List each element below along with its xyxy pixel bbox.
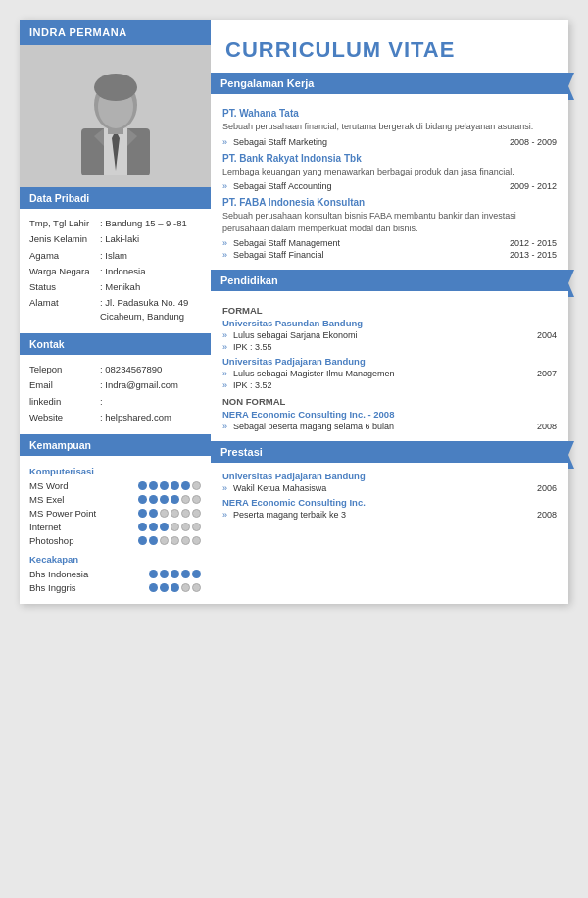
dot — [138, 536, 147, 545]
dot — [171, 570, 179, 578]
edu-item-2-1: » Lulus sebagai Magister Ilmu Managemen … — [222, 369, 557, 378]
chevron-icon: » — [222, 342, 227, 352]
skill-msexcel: MS Exel — [29, 494, 201, 505]
dot — [171, 481, 179, 490]
edu-item-nf-1: » Sebagai peserta magang selama 6 bulan … — [222, 422, 557, 431]
dot — [181, 583, 190, 592]
chevron-icon: » — [222, 330, 227, 340]
work-section-header: Pengalaman Kerja — [211, 73, 568, 94]
candidate-name: INDRA PERMANA — [29, 26, 127, 38]
dot — [160, 509, 169, 518]
dot — [181, 495, 190, 504]
chevron-icon: » — [222, 380, 227, 390]
edu-item-1-1: » Lulus sebagai Sarjana Ekonomi 2004 — [222, 330, 557, 340]
skill-mspowerpoint: MS Power Point — [29, 508, 201, 519]
achievement-item-1-1: » Wakil Ketua Mahasiswa 2006 — [222, 483, 557, 493]
edu-uni-1: Universitas Pasundan Bandung — [222, 318, 557, 328]
dot — [192, 570, 201, 578]
contact-section: Telepon : 08234567890 Email : Indra@gmai… — [20, 355, 211, 434]
contact-row-linkedin: linkedin : — [29, 395, 201, 408]
name-header: INDRA PERMANA — [20, 20, 211, 45]
edu-uni-nonformal: NERA Economic Consulting Inc. - 2008 — [222, 409, 557, 420]
skill-bhs-inggris: Bhs Inggris — [29, 582, 201, 593]
right-column: CURRICULUM VITAE Pengalaman Kerja PT. Wa… — [211, 20, 568, 604]
chevron-icon: » — [222, 510, 227, 520]
data-row-address: Alamat : Jl. Padasuka No. 49 Cicaheum, B… — [29, 296, 201, 323]
skill-internet: Internet — [29, 522, 201, 532]
achievement-item-2-1: » Peserta magang terbaik ke 3 2008 — [222, 510, 557, 520]
edu-uni-2: Universitas Padjajaran Bandung — [222, 356, 557, 367]
contact-row-email: Email : Indra@gmail.com — [29, 378, 201, 391]
dot — [192, 509, 201, 518]
dot — [149, 536, 158, 545]
dot — [138, 523, 147, 531]
achievement-section-content: Universitas Padjajaran Bandung » Wakil K… — [211, 463, 568, 529]
job-item-3-2: » Sebagai Staff Financial 2013 - 2015 — [222, 250, 557, 260]
job-title-3: PT. FABA Indonesia Konsultan — [222, 197, 557, 208]
photo-area — [20, 45, 211, 187]
skill-photoshop: Photoshop — [29, 535, 201, 546]
dot — [171, 536, 179, 545]
data-row-religion: Agama : Islam — [29, 249, 201, 262]
komputerisasi-label: Komputerisasi — [29, 466, 201, 476]
data-row-gender: Jenis Kelamin : Laki-laki — [29, 232, 201, 245]
skill-msword: MS Word — [29, 480, 201, 491]
dot — [149, 583, 158, 592]
cv-title-normal: CURRICULUM — [225, 37, 388, 62]
dot — [192, 583, 201, 592]
data-row-status: Status : Menikah — [29, 280, 201, 293]
dot — [181, 481, 190, 490]
dot — [149, 523, 158, 531]
dot — [192, 523, 201, 531]
left-column: INDRA PERMANA — [20, 20, 211, 604]
education-section-header: Pendidikan — [211, 270, 568, 291]
dot — [160, 495, 169, 504]
contact-row-website: Website : helpshared.com — [29, 411, 201, 424]
job-title-2: PT. Bank Rakyat Indonsia Tbk — [222, 153, 557, 164]
resume-page: INDRA PERMANA — [20, 20, 568, 604]
dot — [181, 570, 190, 578]
job-desc-3: Sebuah perusahaan konsultan bisnis FABA … — [222, 210, 557, 234]
edu-item-1-2: » IPK : 3.55 — [222, 342, 557, 352]
achievement-uni-1: Universitas Padjajaran Bandung — [222, 471, 557, 481]
dot — [149, 495, 158, 504]
edu-item-2-2: » IPK : 3.52 — [222, 380, 557, 390]
job-desc-1: Sebuah perusahaan financial, terutama be… — [222, 121, 557, 133]
contact-row-phone: Telepon : 08234567890 — [29, 363, 201, 375]
kecakapan-label: Kecakapan — [29, 554, 201, 565]
job-item-1-1: » Sebagai Staff Marketing 2008 - 2009 — [222, 137, 557, 147]
dot — [149, 481, 158, 490]
dot — [160, 570, 169, 578]
dot — [138, 495, 147, 504]
chevron-icon: » — [222, 369, 227, 378]
dot — [138, 481, 147, 490]
data-row-birth: Tmp, Tgl Lahir : Bandung 15 – 9 -81 — [29, 217, 201, 229]
dot — [171, 523, 179, 531]
dot — [171, 509, 179, 518]
chevron-icon: » — [222, 137, 227, 147]
dot — [149, 570, 158, 578]
cv-title-accent: VITAE — [388, 37, 455, 62]
dot — [192, 481, 201, 490]
work-section-content: PT. Wahana Tata Sebuah perusahaan financ… — [211, 94, 568, 270]
dot — [138, 509, 147, 518]
nonformal-label: NON FORMAL — [222, 396, 557, 407]
personal-section-header: Data Pribadi — [20, 187, 211, 209]
skills-section-header: Kemampuan — [20, 434, 211, 456]
chevron-icon: » — [222, 250, 227, 260]
contact-section-header: Kontak — [20, 333, 211, 355]
skill-bhs-indonesia: Bhs Indonesia — [29, 569, 201, 579]
job-item-3-1: » Sebagai Staff Management 2012 - 2015 — [222, 238, 557, 248]
job-title-1: PT. Wahana Tata — [222, 108, 557, 119]
chevron-icon: » — [222, 483, 227, 493]
data-row-nationality: Warga Negara : Indonesia — [29, 265, 201, 277]
svg-point-8 — [94, 74, 137, 101]
achievement-uni-2: NERA Economic Consulting Inc. — [222, 497, 557, 508]
job-item-2-1: » Sebagai Staff Accounting 2009 - 2012 — [222, 181, 557, 191]
education-section-content: FORMAL Universitas Pasundan Bandung » Lu… — [211, 291, 568, 441]
dot — [160, 583, 169, 592]
dot — [192, 495, 201, 504]
skills-section: Komputerisasi MS Word MS Exel — [20, 456, 211, 604]
avatar — [67, 58, 165, 175]
dot — [192, 536, 201, 545]
